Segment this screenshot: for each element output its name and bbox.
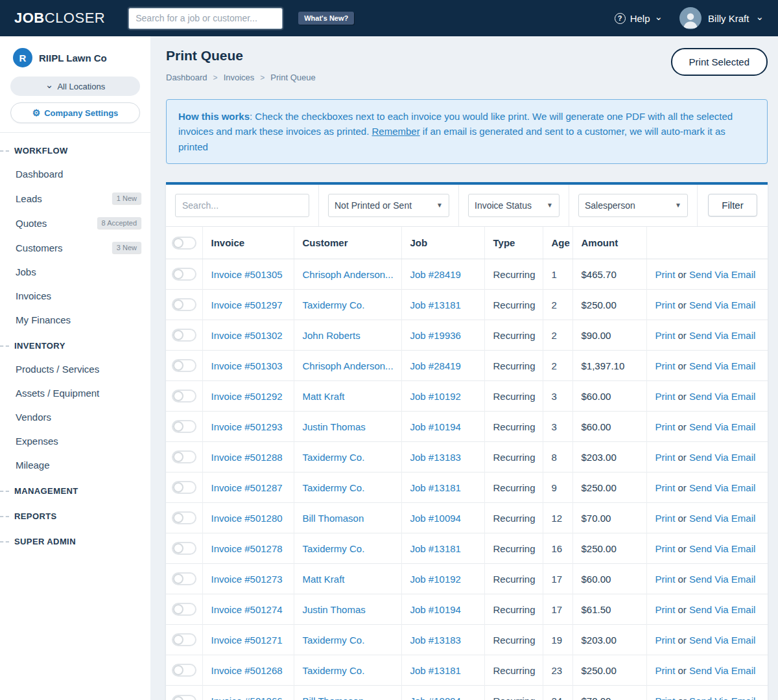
nav-section-header[interactable]: WORKFLOW xyxy=(0,139,150,162)
print-link[interactable]: Print xyxy=(655,421,676,432)
sidebar-item-dashboard[interactable]: Dashboard xyxy=(0,162,150,186)
print-link[interactable]: Print xyxy=(655,665,676,676)
print-link[interactable]: Print xyxy=(655,299,676,310)
invoice-link[interactable]: Invoice #501268 xyxy=(211,665,283,676)
sidebar-item-assets-equipment[interactable]: Assets / Equipment xyxy=(0,381,150,405)
invoice-link[interactable]: Invoice #501274 xyxy=(211,604,283,615)
invoice-link[interactable]: Invoice #501297 xyxy=(211,299,283,310)
customer-link[interactable]: Taxidermy Co. xyxy=(303,482,365,493)
invoice-link[interactable]: Invoice #501305 xyxy=(211,269,283,280)
row-select-toggle[interactable] xyxy=(172,298,196,311)
row-select-toggle[interactable] xyxy=(172,511,196,524)
row-select-toggle[interactable] xyxy=(172,329,196,342)
send-email-link[interactable]: Send Via Email xyxy=(689,635,755,646)
customer-link[interactable]: Bill Thomason xyxy=(303,695,364,700)
filter-button[interactable]: Filter xyxy=(708,194,757,216)
customer-link[interactable]: Taxidermy Co. xyxy=(303,299,365,310)
print-link[interactable]: Print xyxy=(655,695,676,700)
invoice-link[interactable]: Invoice #501288 xyxy=(211,452,283,463)
row-select-toggle[interactable] xyxy=(172,603,196,616)
job-link[interactable]: Job #10194 xyxy=(410,604,461,615)
app-logo[interactable]: JOBCLOSER xyxy=(14,10,105,27)
sidebar-item-customers[interactable]: Customers 3 New xyxy=(0,235,150,260)
job-link[interactable]: Job #10094 xyxy=(410,695,461,700)
customer-link[interactable]: Bill Thomason xyxy=(303,513,364,524)
print-link[interactable]: Print xyxy=(655,513,676,524)
row-select-toggle[interactable] xyxy=(172,359,196,372)
print-link[interactable]: Print xyxy=(655,269,676,280)
invoice-link[interactable]: Invoice #501273 xyxy=(211,574,283,585)
sidebar-item-mileage[interactable]: Mileage xyxy=(0,453,150,477)
row-select-toggle[interactable] xyxy=(172,450,196,463)
company-settings-button[interactable]: ⚙ Company Settings xyxy=(10,102,140,123)
sidebar-item-invoices[interactable]: Invoices xyxy=(0,284,150,308)
invoice-link[interactable]: Invoice #501303 xyxy=(211,360,283,371)
send-email-link[interactable]: Send Via Email xyxy=(689,543,755,554)
nav-section-header[interactable]: REPORTS xyxy=(0,505,150,528)
nav-section-header[interactable]: INVENTORY xyxy=(0,334,150,357)
invoice-link[interactable]: Invoice #501287 xyxy=(211,482,283,493)
print-link[interactable]: Print xyxy=(655,330,676,341)
invoice-link[interactable]: Invoice #501293 xyxy=(211,421,283,432)
send-email-link[interactable]: Send Via Email xyxy=(689,482,755,493)
nav-section-header[interactable]: SUPER ADMIN xyxy=(0,530,150,553)
job-link[interactable]: Job #10094 xyxy=(410,513,461,524)
user-menu[interactable]: Billy Kraft ⌄ xyxy=(679,7,764,29)
print-selected-button[interactable]: Print Selected xyxy=(671,48,768,76)
send-email-link[interactable]: Send Via Email xyxy=(689,604,755,615)
sidebar-item-products-services[interactable]: Products / Services xyxy=(0,357,150,381)
job-link[interactable]: Job #13181 xyxy=(410,482,461,493)
row-select-toggle[interactable] xyxy=(172,542,196,555)
invoice-link[interactable]: Invoice #501278 xyxy=(211,543,283,554)
breadcrumb-invoices[interactable]: Invoices xyxy=(224,73,255,82)
select-all-toggle[interactable] xyxy=(172,237,196,250)
customer-link[interactable]: Taxidermy Co. xyxy=(303,452,365,463)
job-link[interactable]: Job #10192 xyxy=(410,391,461,402)
invoice-status-select[interactable]: Invoice Status ▼ xyxy=(468,194,560,217)
nav-section-header[interactable]: MANAGEMENT xyxy=(0,480,150,502)
job-link[interactable]: Job #13181 xyxy=(410,543,461,554)
send-email-link[interactable]: Send Via Email xyxy=(689,665,755,676)
invoice-link[interactable]: Invoice #501266 xyxy=(211,695,283,700)
row-select-toggle[interactable] xyxy=(172,633,196,646)
customer-link[interactable]: Justin Thomas xyxy=(303,604,366,615)
job-link[interactable]: Job #13181 xyxy=(410,665,461,676)
send-email-link[interactable]: Send Via Email xyxy=(689,299,755,310)
row-select-toggle[interactable] xyxy=(172,420,196,433)
row-select-toggle[interactable] xyxy=(172,664,196,677)
send-email-link[interactable]: Send Via Email xyxy=(689,452,755,463)
job-link[interactable]: Job #28419 xyxy=(410,360,461,371)
print-link[interactable]: Print xyxy=(655,360,676,371)
send-email-link[interactable]: Send Via Email xyxy=(689,695,755,700)
row-select-toggle[interactable] xyxy=(172,268,196,281)
send-email-link[interactable]: Send Via Email xyxy=(689,330,755,341)
customer-link[interactable]: Chrisoph Anderson... xyxy=(303,360,394,371)
print-link[interactable]: Print xyxy=(655,543,676,554)
table-search-input[interactable] xyxy=(175,194,309,217)
send-email-link[interactable]: Send Via Email xyxy=(689,574,755,585)
sidebar-item-jobs[interactable]: Jobs xyxy=(0,260,150,284)
invoice-link[interactable]: Invoice #501302 xyxy=(211,330,283,341)
print-link[interactable]: Print xyxy=(655,452,676,463)
sidebar-item-vendors[interactable]: Vendors xyxy=(0,405,150,429)
whats-new-button[interactable]: What's New? xyxy=(298,12,354,25)
send-email-link[interactable]: Send Via Email xyxy=(689,269,755,280)
row-select-toggle[interactable] xyxy=(172,695,196,700)
location-selector[interactable]: ⌄ All Locations xyxy=(10,76,140,96)
job-link[interactable]: Job #10192 xyxy=(410,574,461,585)
job-link[interactable]: Job #28419 xyxy=(410,269,461,280)
customer-link[interactable]: Chrisoph Anderson... xyxy=(303,269,394,280)
job-link[interactable]: Job #13183 xyxy=(410,452,461,463)
row-select-toggle[interactable] xyxy=(172,390,196,402)
customer-link[interactable]: Taxidermy Co. xyxy=(303,635,365,646)
customer-link[interactable]: Taxidermy Co. xyxy=(303,543,365,554)
global-search-input[interactable] xyxy=(128,8,283,29)
job-link[interactable]: Job #13183 xyxy=(410,635,461,646)
help-menu[interactable]: ? Help ⌄ xyxy=(615,13,663,24)
customer-link[interactable]: Taxidermy Co. xyxy=(303,665,365,676)
salesperson-select[interactable]: Salesperson ▼ xyxy=(578,194,688,217)
customer-link[interactable]: Matt Kraft xyxy=(303,391,345,402)
job-link[interactable]: Job #10194 xyxy=(410,421,461,432)
send-email-link[interactable]: Send Via Email xyxy=(689,421,755,432)
sidebar-item-quotes[interactable]: Quotes 8 Accepted xyxy=(0,211,150,235)
